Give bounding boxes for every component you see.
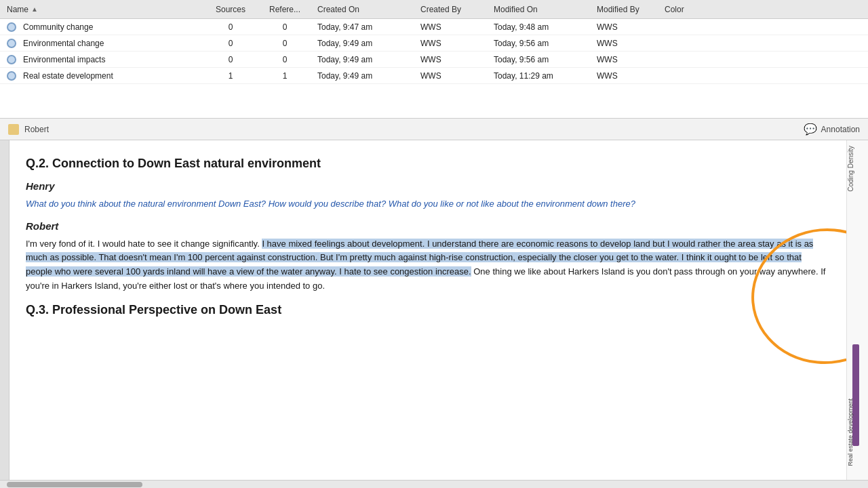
row-created-on: Today, 9:49 am <box>312 71 420 81</box>
node-icon <box>7 22 16 32</box>
row-modified-by: WWS <box>597 71 665 81</box>
annotation-label: Annotation <box>821 125 860 134</box>
modified-by-header-label: Modified By <box>597 5 639 14</box>
row-created-on: Today, 9:47 am <box>312 22 420 32</box>
doc-content[interactable]: Q.2. Connection to Down East natural env… <box>9 140 846 480</box>
row-created-on: Today, 9:49 am <box>312 55 420 64</box>
response-before: I'm very fond of it. I would hate to see… <box>26 239 262 249</box>
document-section: Robert 💬 Annotation Q.2. Connection to D… <box>0 119 868 488</box>
doc-sidebar: Coding Density Real estate development <box>846 140 868 480</box>
row-modified-by: WWS <box>597 39 665 48</box>
sort-indicator-icon: ▲ <box>31 5 38 13</box>
row-created-on: Today, 9:49 am <box>312 39 420 48</box>
node-icon <box>7 55 16 64</box>
row-references: 0 <box>258 39 312 48</box>
annotation-button[interactable]: 💬 Annotation <box>804 123 860 136</box>
row-sources: 0 <box>203 39 258 48</box>
speaker-henry: Henry <box>26 180 830 192</box>
row-name-text: Environmental impacts <box>23 55 105 64</box>
references-header-label: Refere... <box>269 5 300 14</box>
name-header-label: Name <box>7 5 28 14</box>
henry-question: What do you think about the natural envi… <box>26 197 830 211</box>
scrollbar-thumb[interactable] <box>7 482 142 487</box>
row-name-cell: Environmental impacts <box>0 55 203 64</box>
robert-response: I'm very fond of it. I would hate to see… <box>26 237 830 293</box>
row-references: 0 <box>258 22 312 32</box>
real-estate-sidebar-label: Real estate development <box>847 399 868 466</box>
section-heading-q2: Q.2. Connection to Down East natural env… <box>26 157 830 171</box>
horizontal-scrollbar[interactable] <box>0 480 868 488</box>
row-references: 0 <box>258 55 312 64</box>
node-icon <box>7 71 16 81</box>
col-header-modified-by[interactable]: Modified By <box>597 5 665 14</box>
col-header-created-by[interactable]: Created By <box>420 5 488 14</box>
row-name-text: Real estate development <box>23 71 113 81</box>
row-name-cell: Environmental change <box>0 39 203 48</box>
table-row[interactable]: Environmental impacts 0 0 Today, 9:49 am… <box>0 52 868 68</box>
doc-content-wrapper: Q.2. Connection to Down East natural env… <box>0 140 868 480</box>
row-name-cell: Community change <box>0 22 203 32</box>
speaker-robert: Robert <box>26 220 830 232</box>
row-sources: 0 <box>203 55 258 64</box>
row-modified-on: Today, 11:29 am <box>488 71 597 81</box>
node-icon <box>7 39 16 48</box>
row-name-text: Community change <box>23 22 93 32</box>
col-header-references[interactable]: Refere... <box>258 5 312 14</box>
modified-on-header-label: Modified On <box>494 5 538 14</box>
col-header-created-on[interactable]: Created On <box>312 5 420 14</box>
row-name-cell: Real estate development <box>0 71 203 81</box>
col-header-name[interactable]: Name ▲ <box>0 5 203 14</box>
table-header: Name ▲ Sources Refere... Created On Crea… <box>0 0 868 19</box>
row-modified-on: Today, 9:56 am <box>488 55 597 64</box>
section-heading-q3: Q.3. Professional Perspective on Down Ea… <box>26 303 830 317</box>
row-sources: 1 <box>203 71 258 81</box>
created-by-header-label: Created By <box>420 5 461 14</box>
row-name-text: Environmental change <box>23 39 104 48</box>
document-source-name: Robert <box>24 125 49 134</box>
col-header-color[interactable]: Color <box>665 5 719 14</box>
row-modified-by: WWS <box>597 22 665 32</box>
document-icon <box>8 124 19 135</box>
row-sources: 0 <box>203 22 258 32</box>
row-modified-on: Today, 9:56 am <box>488 39 597 48</box>
row-modified-by: WWS <box>597 55 665 64</box>
row-references: 1 <box>258 71 312 81</box>
table-row[interactable]: Environmental change 0 0 Today, 9:49 am … <box>0 35 868 52</box>
color-header-label: Color <box>665 5 684 14</box>
table-body: Community change 0 0 Today, 9:47 am WWS … <box>0 19 868 84</box>
row-created-by: WWS <box>420 22 488 32</box>
sources-header-label: Sources <box>216 5 245 14</box>
table-row[interactable]: Real estate development 1 1 Today, 9:49 … <box>0 68 868 84</box>
row-created-by: WWS <box>420 39 488 48</box>
col-header-sources[interactable]: Sources <box>203 5 258 14</box>
row-created-by: WWS <box>420 55 488 64</box>
row-modified-on: Today, 9:48 am <box>488 22 597 32</box>
annotation-icon: 💬 <box>804 123 817 136</box>
table-row[interactable]: Community change 0 0 Today, 9:47 am WWS … <box>0 19 868 35</box>
doc-header-left: Robert <box>8 124 49 135</box>
doc-header: Robert 💬 Annotation <box>0 119 868 140</box>
created-on-header-label: Created On <box>317 5 359 14</box>
left-edge-strip <box>0 140 9 480</box>
row-created-by: WWS <box>420 71 488 81</box>
coding-density-label: Coding Density <box>847 140 868 197</box>
table-section: Name ▲ Sources Refere... Created On Crea… <box>0 0 868 119</box>
col-header-modified-on[interactable]: Modified On <box>488 5 597 14</box>
